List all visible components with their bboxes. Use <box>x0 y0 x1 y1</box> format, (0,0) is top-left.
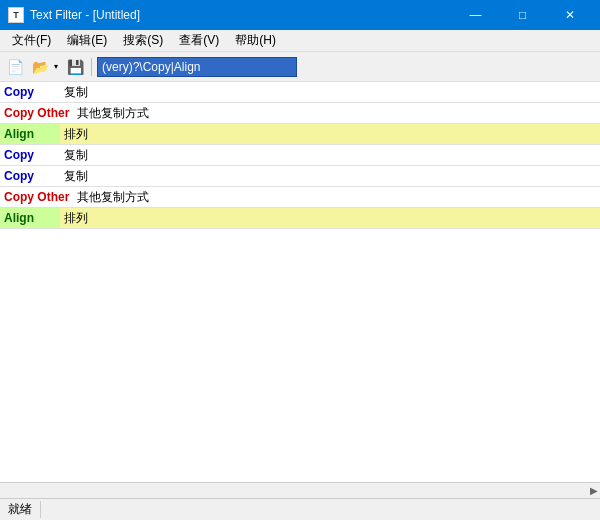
row-tag: Align <box>0 208 60 228</box>
row-content: 复制 <box>60 147 600 164</box>
search-input[interactable] <box>97 57 297 77</box>
status-text: 就绪 <box>8 501 41 518</box>
menu-view[interactable]: 查看(V) <box>171 30 227 51</box>
title-bar-left: T Text Filter - [Untitled] <box>8 7 140 23</box>
save-button[interactable]: 💾 <box>64 56 86 78</box>
table-row[interactable]: Copy Other其他复制方式 <box>0 187 600 207</box>
status-bar: 就绪 <box>0 498 600 520</box>
close-button[interactable]: ✕ <box>547 5 592 25</box>
new-button[interactable]: 📄 <box>4 56 26 78</box>
row-tag: Copy <box>0 145 60 165</box>
row-content: 其他复制方式 <box>73 105 600 122</box>
menu-edit[interactable]: 编辑(E) <box>59 30 115 51</box>
row-tag: Copy <box>0 166 60 186</box>
window-title: Text Filter - [Untitled] <box>30 8 140 22</box>
row-content: 排列 <box>60 126 600 143</box>
table-row[interactable]: Copy复制 <box>0 145 600 165</box>
data-table: Copy复制Copy Other其他复制方式Align排列Copy复制Copy复… <box>0 82 600 229</box>
open-dropdown-arrow: ▾ <box>51 56 61 78</box>
open-button[interactable]: 📂 ▾ <box>28 56 62 78</box>
save-icon: 💾 <box>67 59 84 75</box>
menu-bar: 文件(F) 编辑(E) 搜索(S) 查看(V) 帮助(H) <box>0 30 600 52</box>
row-tag: Align <box>0 124 60 144</box>
maximize-button[interactable]: □ <box>500 5 545 25</box>
menu-file[interactable]: 文件(F) <box>4 30 59 51</box>
row-tag: Copy <box>0 82 60 102</box>
toolbar: 📄 📂 ▾ 💾 <box>0 52 600 82</box>
row-content: 复制 <box>60 84 600 101</box>
window-controls: — □ ✕ <box>453 5 592 25</box>
open-icon: 📂 <box>29 56 51 78</box>
table-row[interactable]: Align排列 <box>0 208 600 228</box>
table-row[interactable]: Copy复制 <box>0 82 600 102</box>
app-icon: T <box>8 7 24 23</box>
content-area[interactable]: Copy复制Copy Other其他复制方式Align排列Copy复制Copy复… <box>0 82 600 482</box>
row-separator <box>0 228 600 229</box>
table-row[interactable]: Copy Other其他复制方式 <box>0 103 600 123</box>
row-content: 其他复制方式 <box>73 189 600 206</box>
row-content: 排列 <box>60 210 600 227</box>
main-content: Copy复制Copy Other其他复制方式Align排列Copy复制Copy复… <box>0 82 600 498</box>
title-bar: T Text Filter - [Untitled] — □ ✕ <box>0 0 600 30</box>
row-tag: Copy Other <box>0 187 73 207</box>
menu-help[interactable]: 帮助(H) <box>227 30 284 51</box>
scroll-arrow-right[interactable]: ▶ <box>590 485 598 496</box>
new-icon: 📄 <box>7 59 24 75</box>
row-content: 复制 <box>60 168 600 185</box>
minimize-button[interactable]: — <box>453 5 498 25</box>
table-row[interactable]: Copy复制 <box>0 166 600 186</box>
table-row[interactable]: Align排列 <box>0 124 600 144</box>
toolbar-separator <box>91 58 92 76</box>
row-tag: Copy Other <box>0 103 73 123</box>
horizontal-scrollbar[interactable]: ▶ <box>0 482 600 498</box>
menu-search[interactable]: 搜索(S) <box>115 30 171 51</box>
